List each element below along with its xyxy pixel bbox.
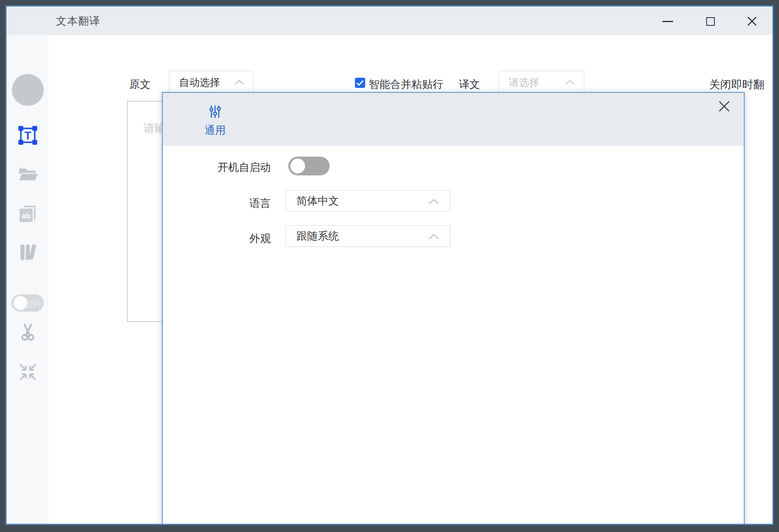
close-button[interactable]	[741, 7, 764, 35]
chevron-up-icon	[234, 79, 244, 85]
word-select-label: 划词	[24, 298, 40, 309]
autostart-label: 开机自启动	[163, 160, 271, 175]
source-language-value: 自动选择	[179, 71, 220, 93]
svg-text:ab: ab	[22, 211, 31, 220]
language-value: 简体中文	[296, 191, 339, 211]
appearance-label: 外观	[163, 231, 271, 246]
window-title: 文本翻译	[56, 7, 100, 35]
tab-general-label: 通用	[199, 123, 231, 137]
svg-text:T: T	[25, 130, 31, 142]
chevron-up-icon	[565, 79, 575, 85]
chevron-up-icon	[429, 198, 439, 204]
autostart-toggle[interactable]	[288, 157, 330, 175]
close-icon	[747, 16, 757, 27]
check-icon	[355, 78, 365, 88]
language-select[interactable]: 简体中文	[285, 190, 450, 212]
language-label: 语言	[163, 196, 271, 211]
close-icon	[717, 99, 731, 113]
dialog-close-button[interactable]	[717, 99, 734, 116]
ab-dictionary-icon[interactable]: ab	[17, 203, 38, 224]
scissors-icon[interactable]	[18, 322, 38, 342]
main-area: 原文 自动选择 智能合并粘贴行 译文 请选择 关闭即时翻译	[49, 35, 772, 524]
collapse-icon[interactable]	[17, 361, 38, 383]
title-bar[interactable]: 文本翻译	[7, 7, 772, 35]
target-label: 译文	[459, 77, 480, 92]
settings-dialog: 通用 开机自启动 语言 简体中文	[162, 92, 745, 525]
maximize-icon	[706, 17, 715, 26]
source-language-select[interactable]: 自动选择	[169, 71, 254, 94]
menu-icon[interactable]	[18, 525, 37, 525]
appearance-value: 跟随系统	[296, 226, 339, 247]
tab-general[interactable]: 通用	[199, 104, 231, 144]
toggle-knob	[290, 159, 305, 173]
source-label: 原文	[129, 77, 150, 92]
library-books-icon[interactable]	[17, 242, 38, 263]
merge-paste-label[interactable]: 智能合并粘贴行	[369, 77, 443, 92]
merge-paste-checkbox[interactable]	[355, 78, 365, 88]
text-translate-icon[interactable]: T	[17, 125, 38, 146]
chevron-up-icon	[429, 233, 439, 240]
target-language-placeholder: 请选择	[509, 71, 539, 93]
minimize-button[interactable]	[656, 7, 679, 35]
appearance-select[interactable]: 跟随系统	[285, 225, 450, 247]
maximize-button[interactable]	[699, 7, 722, 35]
settings-dialog-header: 通用	[163, 93, 744, 146]
app-frame: 文本翻译 T	[0, 0, 779, 532]
sidebar: T ab 划词	[7, 35, 48, 524]
word-select-toggle[interactable]: 划词	[11, 294, 44, 312]
folder-open-icon[interactable]	[17, 164, 38, 185]
avatar[interactable]	[12, 74, 44, 106]
app-window: 文本翻译 T	[5, 5, 774, 525]
target-language-select[interactable]: 请选择	[498, 71, 584, 94]
minimize-icon	[662, 21, 673, 22]
sliders-icon	[208, 104, 222, 119]
